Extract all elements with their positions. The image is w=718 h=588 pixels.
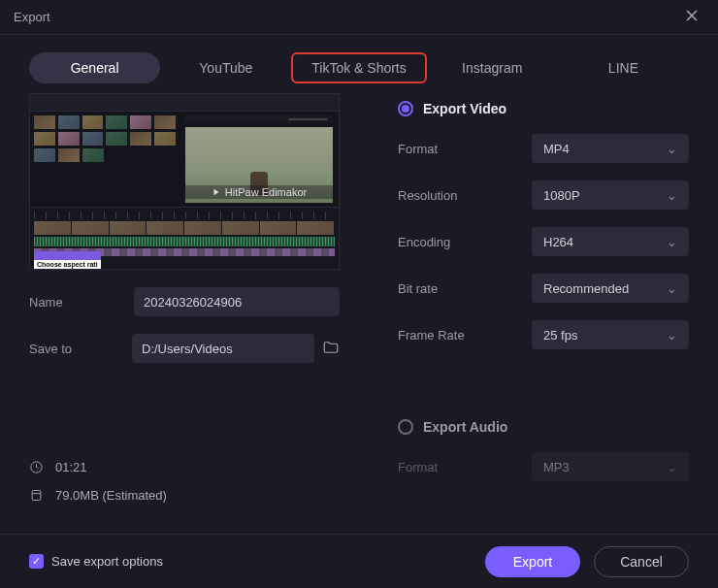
tab-general[interactable]: General [29, 52, 160, 83]
saveto-label: Save to [29, 342, 132, 356]
cancel-button[interactable]: Cancel [594, 546, 689, 577]
radio-on-icon [398, 101, 413, 116]
tab-youtube[interactable]: YouTube [160, 52, 291, 83]
footer: ✓ Save export options Export Cancel [0, 534, 718, 588]
encoding-select[interactable]: H264 ⌄ [532, 227, 689, 256]
preview-frame: HitPaw Edimakor [185, 127, 333, 203]
filesize-row: 79.0MB (Estimated) [29, 488, 340, 503]
preview-control-bar [185, 115, 333, 123]
titlebar: Export [0, 0, 718, 35]
resolution-label: Resolution [398, 188, 532, 203]
tab-instagram[interactable]: Instagram [427, 52, 558, 83]
export-tabs: General YouTube TikTok & Shorts Instagra… [0, 35, 718, 93]
tab-line[interactable]: LINE [558, 52, 689, 83]
format-select[interactable]: MP4 ⌄ [532, 134, 689, 163]
name-input[interactable] [134, 287, 340, 316]
filesize-value: 79.0MB (Estimated) [55, 488, 167, 503]
export-button[interactable]: Export [485, 546, 580, 577]
preview-watermark: HitPaw Edimakor [185, 185, 333, 199]
chevron-down-icon: ⌄ [667, 328, 677, 343]
chevron-down-icon: ⌄ [667, 142, 677, 156]
aspect-ratio-hint: Choose aspect rati [34, 251, 101, 269]
bitrate-label: Bit rate [398, 281, 532, 296]
resolution-select[interactable]: 1080P ⌄ [532, 180, 689, 210]
radio-off-icon [398, 419, 413, 435]
bitrate-select[interactable]: Recommended ⌄ [532, 274, 689, 303]
svg-rect-1 [32, 491, 41, 501]
export-video-radio[interactable]: Export Video [398, 101, 689, 116]
audio-format-label: Format [398, 460, 532, 474]
saveto-input[interactable] [132, 334, 314, 363]
framerate-select[interactable]: 25 fps ⌄ [532, 320, 689, 349]
save-export-options-checkbox[interactable]: ✓ Save export options [29, 554, 163, 569]
duration-value: 01:21 [55, 460, 87, 474]
play-icon [212, 187, 221, 197]
tab-tiktok-shorts[interactable]: TikTok & Shorts [291, 52, 426, 83]
close-icon[interactable] [679, 5, 704, 30]
clock-icon [29, 460, 44, 474]
audio-format-select: MP3 ⌄ [532, 452, 689, 481]
chevron-down-icon: ⌄ [667, 188, 677, 203]
encoding-label: Encoding [398, 235, 532, 249]
filesize-icon [29, 488, 44, 503]
duration-row: 01:21 [29, 460, 340, 474]
framerate-label: Frame Rate [398, 328, 532, 343]
chevron-down-icon: ⌄ [667, 281, 677, 296]
format-label: Format [398, 142, 532, 156]
name-label: Name [29, 295, 134, 310]
window-title: Export [14, 10, 50, 24]
export-audio-radio[interactable]: Export Audio [398, 419, 689, 435]
chevron-down-icon: ⌄ [667, 460, 677, 474]
chevron-down-icon: ⌄ [667, 235, 677, 249]
browse-folder-icon[interactable] [322, 339, 340, 359]
video-preview: HitPaw Edimakor Choose aspect rati [29, 93, 340, 270]
checkbox-checked-icon: ✓ [29, 554, 44, 569]
